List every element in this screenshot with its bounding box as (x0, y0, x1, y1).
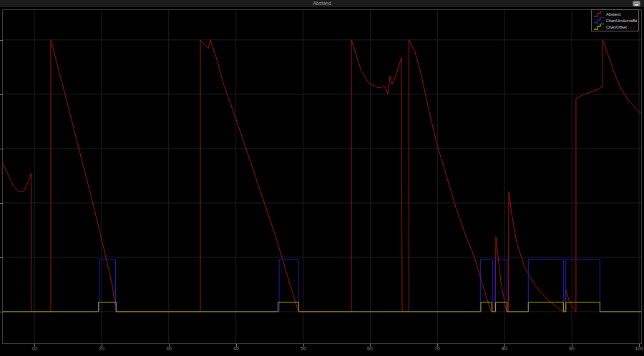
y-axis-tick-mark (0, 40, 3, 41)
x-axis-tick-label: 50 (301, 346, 306, 352)
legend-label: Chart/Offset (606, 25, 627, 29)
x-axis-tick-label: 60 (367, 346, 373, 352)
y-axis-tick-mark (0, 94, 3, 95)
undock-button[interactable] (633, 1, 640, 6)
scope-window: Abstand 102030405060708090100 AbstandCha… (0, 0, 644, 356)
legend-line-sample-icon (593, 17, 605, 24)
x-axis-tick-label: 80 (502, 346, 507, 352)
window-title: Abstand (313, 1, 331, 6)
offset-series-line (3, 302, 641, 312)
window-title-bar: Abstand (0, 0, 644, 7)
legend-item-abstand: Abstand (592, 11, 638, 17)
legend-line-sample-icon (593, 11, 605, 17)
legend-line-sample-icon (593, 24, 605, 30)
legend-label: Chart/HindernisBit (606, 19, 637, 23)
legend-label: Abstand (606, 12, 620, 16)
x-axis-tick-label: 70 (434, 346, 440, 352)
legend-item-hindernis_bit: Chart/HindernisBit (592, 17, 638, 24)
y-axis-tick-mark (0, 312, 3, 312)
x-axis-tick-label: 10 (31, 346, 37, 352)
legend-item-offset: Chart/Offset (592, 24, 638, 30)
window-icon (635, 3, 638, 6)
legend[interactable]: AbstandChart/HindernisBitChart/Offset (591, 9, 639, 31)
x-axis-tick-label: 90 (569, 346, 575, 352)
abstand-series-line (3, 40, 641, 312)
x-axis-tick-label: 40 (233, 346, 239, 352)
x-axis-tick-label: 100 (635, 346, 643, 352)
x-axis-tick-label: 30 (166, 346, 172, 352)
y-axis-tick-mark (0, 257, 3, 258)
plot-area (2, 9, 642, 344)
y-axis-tick-mark (0, 149, 3, 149)
x-axis-tick-label: 20 (99, 346, 104, 352)
chart-canvas (3, 10, 641, 343)
y-axis-tick-mark (0, 203, 3, 204)
